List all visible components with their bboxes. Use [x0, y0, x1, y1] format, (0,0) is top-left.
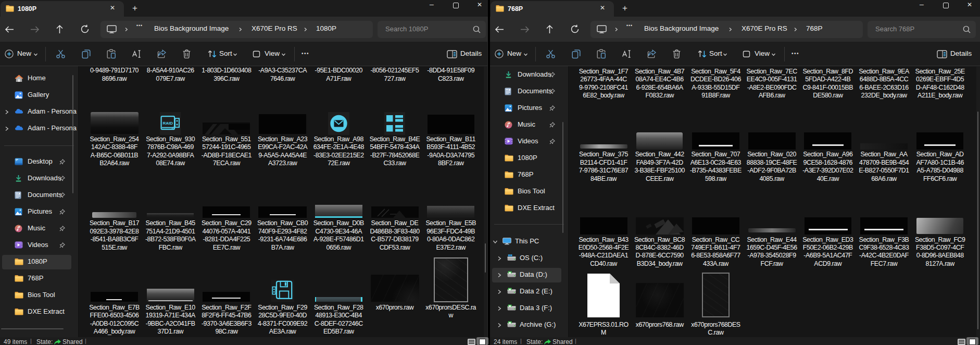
svg-text:RAID: RAID: [163, 121, 173, 126]
